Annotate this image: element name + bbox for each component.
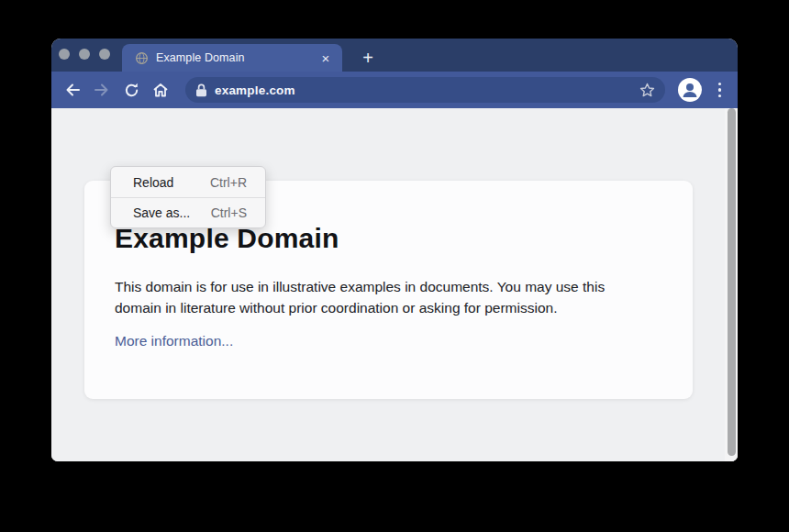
address-bar[interactable]: example.com (185, 77, 665, 103)
menu-item-shortcut: Ctrl+R (210, 175, 247, 190)
window-zoom-button[interactable] (99, 49, 110, 60)
reload-icon[interactable] (119, 78, 143, 102)
menu-item-label: Save as... (133, 205, 190, 220)
browser-window: Example Domain × + (51, 39, 738, 461)
globe-favicon-icon (135, 51, 149, 65)
home-icon[interactable] (149, 78, 172, 102)
menu-item-label: Reload (133, 175, 173, 190)
context-menu-item-save-as[interactable]: Save as... Ctrl+S (111, 197, 265, 227)
scrollbar-thumb[interactable] (728, 108, 736, 456)
context-menu: Reload Ctrl+R Save as... Ctrl+S (110, 166, 266, 228)
window-close-button[interactable] (59, 49, 70, 60)
browser-toolbar: example.com (51, 72, 738, 108)
page-paragraph: This domain is for use in illustrative e… (115, 276, 649, 318)
title-bar: Example Domain × + (51, 39, 738, 72)
bookmark-star-icon[interactable] (639, 82, 656, 99)
tab-close-icon[interactable]: × (318, 51, 333, 65)
window-minimize-button[interactable] (79, 49, 90, 60)
context-menu-item-reload[interactable]: Reload Ctrl+R (111, 167, 265, 197)
tab-title: Example Domain (156, 51, 318, 64)
forward-icon[interactable] (90, 78, 114, 102)
back-icon[interactable] (61, 78, 84, 102)
tab-example-domain[interactable]: Example Domain × (122, 44, 342, 72)
new-tab-button[interactable]: + (352, 44, 383, 72)
menu-item-shortcut: Ctrl+S (211, 205, 247, 220)
page-viewport: Example Domain This domain is for use in… (51, 108, 738, 461)
more-information-link[interactable]: More information... (115, 333, 233, 349)
browser-menu-icon[interactable] (713, 79, 727, 101)
scrollbar-track[interactable] (725, 108, 738, 461)
profile-avatar[interactable] (678, 78, 702, 102)
lock-icon[interactable] (195, 83, 207, 97)
url-text: example.com (215, 83, 639, 97)
